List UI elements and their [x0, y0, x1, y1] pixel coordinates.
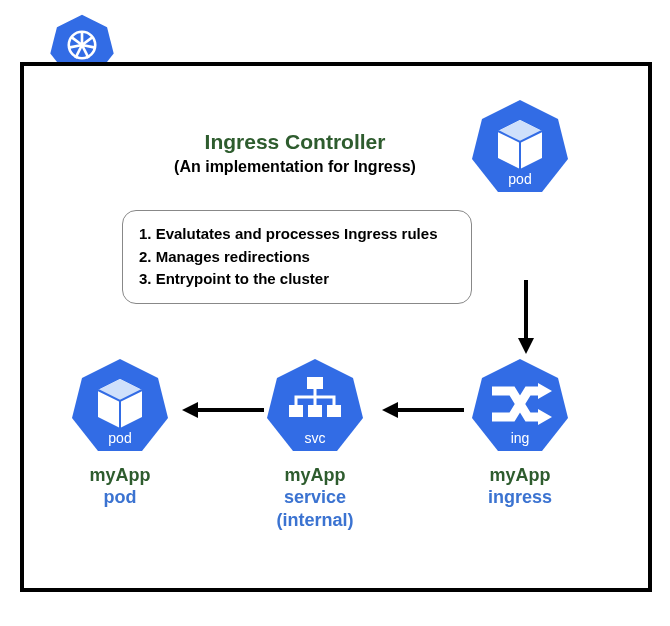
- rule-item-1: 1. Evalutates and processes Ingress rule…: [139, 223, 455, 246]
- pod-icon: pod: [70, 355, 170, 455]
- node-svc: svc myApp service (internal): [265, 355, 365, 531]
- node-ing: ing myApp ingress: [470, 355, 570, 509]
- pod-type: pod: [70, 486, 170, 509]
- node-pod: pod myApp pod: [70, 355, 170, 509]
- ing-type: ingress: [470, 486, 570, 509]
- arrow-controller-to-ingress: [514, 280, 544, 364]
- controller-heading: Ingress Controller (An implementation fo…: [130, 130, 460, 176]
- controller-subtitle: (An implementation for Ingress): [130, 158, 460, 176]
- ing-name: myApp: [470, 465, 570, 486]
- arrow-svc-to-pod: [178, 398, 268, 426]
- svg-text:svc: svc: [305, 430, 326, 446]
- pod-icon: pod: [470, 96, 570, 196]
- svg-text:ing: ing: [511, 430, 530, 446]
- pod-name: myApp: [70, 465, 170, 486]
- controller-title: Ingress Controller: [130, 130, 460, 154]
- arrow-ing-to-svc: [378, 398, 468, 426]
- rules-box: 1. Evalutates and processes Ingress rule…: [122, 210, 472, 304]
- svc-name: myApp: [265, 465, 365, 486]
- svg-text:pod: pod: [108, 430, 131, 446]
- controller-pod-node: pod: [470, 96, 570, 200]
- svc-extra: (internal): [265, 509, 365, 532]
- svg-text:pod: pod: [508, 171, 531, 187]
- rule-item-2: 2. Manages redirections: [139, 246, 455, 269]
- rule-item-3: 3. Entrypoint to the cluster: [139, 268, 455, 291]
- ingress-icon: ing: [470, 355, 570, 455]
- service-icon: svc: [265, 355, 365, 455]
- svc-type: service: [265, 486, 365, 509]
